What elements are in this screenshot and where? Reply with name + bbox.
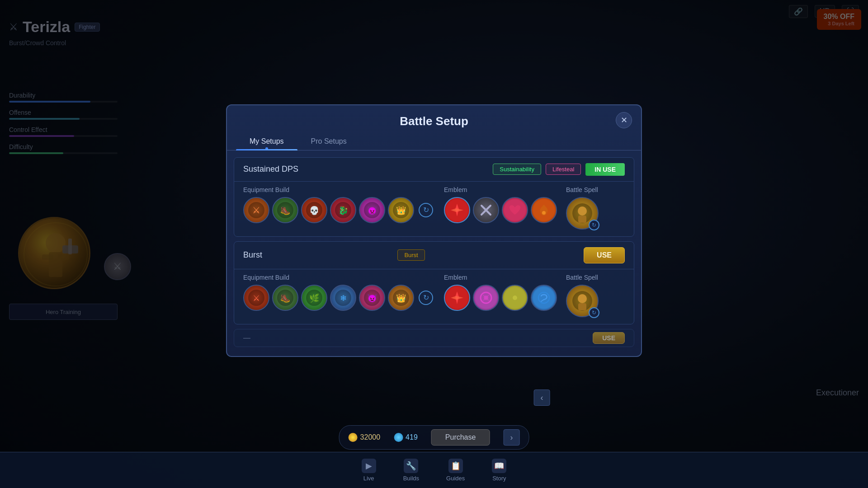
tag-sustainability: Sustainability bbox=[493, 164, 541, 175]
item-1-6[interactable]: 👑 bbox=[388, 197, 414, 223]
emblem-2-1[interactable] bbox=[444, 285, 470, 311]
equipment-refresh-2[interactable]: ↻ bbox=[419, 291, 433, 305]
use-button-3[interactable]: USE bbox=[593, 332, 625, 344]
svg-point-38 bbox=[538, 292, 549, 303]
svg-text:🌿: 🌿 bbox=[309, 293, 320, 303]
emblem-label-2: Emblem bbox=[444, 274, 557, 281]
tab-my-setups[interactable]: My Setups bbox=[236, 133, 297, 150]
modal-overlay: Battle Setup ✕ My Setups Pro Setups Sust… bbox=[0, 0, 868, 488]
setup-card-sustained-dps: Sustained DPS Sustainability Lifesteal I… bbox=[234, 157, 634, 237]
item-1-3[interactable]: 💀 bbox=[301, 197, 327, 223]
emblem-1-4[interactable] bbox=[531, 197, 557, 223]
spell-icon-2[interactable]: ↻ bbox=[566, 285, 599, 317]
setup-card-burst: Burst Burst USE Equipment Build ⚔ bbox=[234, 241, 634, 324]
spell-section-1: Battle Spell ↻ bbox=[566, 186, 625, 230]
emblem-1-3[interactable] bbox=[502, 197, 528, 223]
diamond-currency: 419 bbox=[394, 433, 418, 442]
bottom-nav: ▶ Live 🔧 Builds 📋 Guides 📖 Story bbox=[0, 452, 868, 488]
item-2-6[interactable]: 👑 bbox=[388, 285, 414, 311]
tag-burst: Burst bbox=[397, 249, 425, 261]
emblem-2-3[interactable] bbox=[502, 285, 528, 311]
nav-label-live: Live bbox=[363, 475, 374, 482]
spell-section-2: Battle Spell ↻ bbox=[566, 274, 625, 317]
item-1-4[interactable]: 🐉 bbox=[330, 197, 356, 223]
svg-rect-42 bbox=[578, 303, 586, 310]
equipment-build-1: Equipment Build ⚔ 🥾 💀 bbox=[243, 186, 435, 223]
gold-amount: 32000 bbox=[360, 433, 381, 441]
nav-arrow-right[interactable]: › bbox=[503, 429, 519, 446]
items-row-1: ⚔ 🥾 💀 🐉 👿 bbox=[243, 197, 435, 223]
nav-label-story: Story bbox=[492, 475, 506, 482]
emblem-section-2: Emblem bbox=[444, 274, 557, 311]
diamond-icon bbox=[394, 433, 403, 442]
purchase-button[interactable]: Purchase bbox=[431, 429, 490, 446]
svg-text:💀: 💀 bbox=[309, 206, 320, 216]
emblem-1-1[interactable] bbox=[444, 197, 470, 223]
svg-point-37 bbox=[513, 296, 517, 300]
svg-text:👑: 👑 bbox=[396, 206, 406, 216]
in-use-badge: IN USE bbox=[585, 163, 625, 176]
modal-tabs: My Setups Pro Setups bbox=[227, 133, 641, 150]
spell-label-1: Battle Spell bbox=[566, 186, 598, 193]
item-2-2[interactable]: 🥾 bbox=[272, 285, 298, 311]
svg-rect-22 bbox=[578, 216, 586, 223]
item-1-1[interactable]: ⚔ bbox=[243, 197, 269, 223]
svg-text:🥾: 🥾 bbox=[280, 293, 291, 303]
svg-text:👿: 👿 bbox=[367, 293, 377, 303]
item-2-4[interactable]: ❄ bbox=[330, 285, 356, 311]
nav-item-guides[interactable]: 📋 Guides bbox=[433, 455, 478, 485]
gold-currency: 32000 bbox=[349, 433, 381, 442]
setup-name-3: — bbox=[243, 334, 250, 342]
equipment-label-1: Equipment Build bbox=[243, 186, 435, 193]
live-icon: ▶ bbox=[362, 459, 376, 473]
emblem-2-4[interactable] bbox=[531, 285, 557, 311]
svg-text:❄: ❄ bbox=[340, 294, 347, 303]
emblem-1-2[interactable] bbox=[473, 197, 499, 223]
equipment-refresh-1[interactable]: ↻ bbox=[419, 203, 433, 217]
svg-text:👑: 👑 bbox=[396, 293, 406, 303]
setup-card-placeholder: — USE bbox=[234, 329, 634, 347]
setup-card-header-1: Sustained DPS Sustainability Lifesteal I… bbox=[234, 158, 634, 181]
svg-point-41 bbox=[578, 294, 587, 303]
emblem-2-2[interactable] bbox=[473, 285, 499, 311]
equipment-build-2: Equipment Build ⚔ 🥾 🌿 bbox=[243, 274, 435, 311]
svg-text:🐉: 🐉 bbox=[338, 206, 349, 216]
setup-name-2: Burst bbox=[243, 250, 393, 260]
item-2-1[interactable]: ⚔ bbox=[243, 285, 269, 311]
setups-container: Sustained DPS Sustainability Lifesteal I… bbox=[227, 157, 641, 347]
setup-card-header-2: Burst Burst USE bbox=[234, 242, 634, 269]
nav-arrow-left[interactable]: ‹ bbox=[534, 389, 550, 406]
use-button-burst[interactable]: USE bbox=[584, 247, 625, 263]
spell-icon-1[interactable]: ↻ bbox=[566, 197, 599, 230]
svg-point-21 bbox=[578, 206, 587, 216]
nav-item-live[interactable]: ▶ Live bbox=[348, 455, 390, 485]
emblem-items-1 bbox=[444, 197, 557, 223]
item-2-3[interactable]: 🌿 bbox=[301, 285, 327, 311]
nav-item-builds[interactable]: 🔧 Builds bbox=[390, 455, 433, 485]
svg-line-39 bbox=[541, 300, 544, 301]
svg-text:👿: 👿 bbox=[367, 206, 377, 216]
tab-active-indicator bbox=[265, 147, 268, 150]
item-1-2[interactable]: 🥾 bbox=[272, 197, 298, 223]
nav-item-story[interactable]: 📖 Story bbox=[478, 455, 520, 485]
items-row-2: ⚔ 🥾 🌿 ❄ 👿 bbox=[243, 285, 435, 311]
builds-icon: 🔧 bbox=[404, 459, 418, 473]
svg-text:⚔: ⚔ bbox=[253, 294, 260, 303]
nav-label-guides: Guides bbox=[446, 475, 465, 482]
tag-lifesteal: Lifesteal bbox=[546, 164, 581, 175]
spell-label-2: Battle Spell bbox=[566, 274, 598, 281]
gold-icon bbox=[349, 433, 358, 442]
modal-title: Battle Setup bbox=[400, 114, 468, 128]
tab-pro-setups[interactable]: Pro Setups bbox=[297, 133, 360, 150]
battle-setup-modal: Battle Setup ✕ My Setups Pro Setups Sust… bbox=[226, 104, 642, 357]
spell-refresh-2[interactable]: ↻ bbox=[589, 307, 599, 318]
svg-text:🥾: 🥾 bbox=[280, 206, 291, 216]
item-2-5[interactable]: 👿 bbox=[359, 285, 385, 311]
emblem-label-1: Emblem bbox=[444, 186, 557, 193]
modal-header: Battle Setup ✕ bbox=[227, 105, 641, 133]
svg-point-36 bbox=[484, 296, 488, 300]
equipment-label-2: Equipment Build bbox=[243, 274, 435, 281]
spell-refresh-1[interactable]: ↻ bbox=[589, 220, 599, 230]
item-1-5[interactable]: 👿 bbox=[359, 197, 385, 223]
modal-close-button[interactable]: ✕ bbox=[616, 112, 632, 128]
